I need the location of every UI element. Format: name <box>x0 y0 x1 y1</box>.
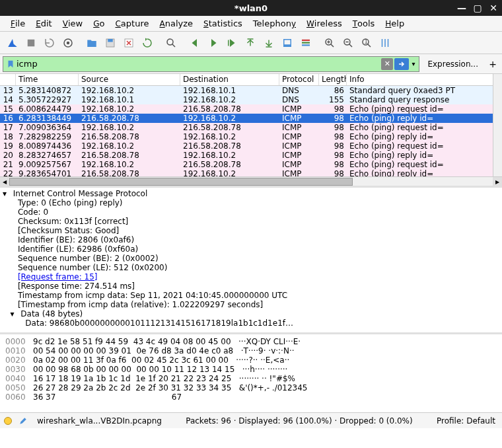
shark-fin-icon[interactable] <box>4 34 21 52</box>
detail-timestamp-rel: [Timestamp from icmp data (relative): 1.… <box>18 300 263 309</box>
detail-request-frame-link[interactable]: [Request frame: 15] <box>18 272 98 281</box>
detail-proto: Internet Control Message Protocol <box>13 189 147 198</box>
packet-list-body[interactable]: 135.283140872192.168.10.2192.168.10.1DNS… <box>0 86 502 178</box>
packet-row[interactable]: 156.008624479192.168.10.2216.58.208.78IC… <box>0 104 502 114</box>
bookmark-icon[interactable] <box>6 59 15 69</box>
window-controls: — ▢ ✕ <box>457 3 498 13</box>
svg-rect-8 <box>248 38 254 40</box>
menubar: File Edit View Go Capture Analyze Statis… <box>0 16 502 32</box>
byte-ascii: ···XQ·DY CLI···E· <box>238 337 301 346</box>
next-icon[interactable] <box>205 34 222 52</box>
packet-row[interactable]: 208.283274657216.58.208.78192.168.10.2IC… <box>0 151 502 160</box>
detail-seq-le: Sequence number (LE): 512 (0x0200) <box>18 263 168 272</box>
svg-rect-14 <box>302 44 310 46</box>
hscroll-right-arrow[interactable]: ▶ <box>493 177 502 186</box>
edit-icon[interactable] <box>18 416 28 426</box>
col-source[interactable]: Source <box>79 74 180 85</box>
packet-row[interactable]: 177.009036364192.168.10.2216.58.208.78IC… <box>0 123 502 132</box>
menu-edit[interactable]: Edit <box>32 17 56 30</box>
filter-history-dropdown[interactable]: ▾ <box>410 60 416 67</box>
svg-rect-11 <box>284 44 291 46</box>
detail-type: Type: 0 (Echo (ping) reply) <box>18 198 123 207</box>
hscroll[interactable]: ◀ ▶ <box>0 176 502 186</box>
save-icon[interactable] <box>102 34 119 52</box>
packet-row[interactable]: 135.283140872192.168.10.2192.168.10.1DNS… <box>0 86 502 95</box>
options-icon[interactable] <box>59 34 77 52</box>
apply-filter-icon[interactable] <box>394 58 409 70</box>
close-button[interactable]: ✕ <box>489 3 498 13</box>
reload-icon[interactable] <box>139 34 156 52</box>
byte-hex: 00 00 98 68 0b 00 00 00 00 00 10 11 12 1… <box>33 365 234 374</box>
open-icon[interactable] <box>83 34 100 52</box>
hscroll-thumb[interactable] <box>9 178 353 186</box>
col-info[interactable]: Info <box>347 74 502 85</box>
menu-file[interactable]: File <box>7 17 29 30</box>
detail-data: Data (48 bytes) <box>20 309 83 318</box>
autoscroll-icon[interactable] <box>279 34 296 52</box>
packet-row[interactable]: 219.009257567192.168.10.2216.58.208.78IC… <box>0 160 502 169</box>
packet-bytes-pane[interactable]: 0000 9c d2 1e 58 51 f9 44 59 43 4c 49 04… <box>0 334 502 412</box>
restart-icon[interactable] <box>41 34 58 52</box>
packet-row[interactable]: 187.282982259216.58.208.78192.168.10.2IC… <box>0 132 502 141</box>
packet-list-pane: Time Source Destination Protocol Length … <box>0 74 502 188</box>
detail-id-be: Identifier (BE): 2806 (0x0af6) <box>18 235 134 244</box>
menu-help[interactable]: Help <box>381 17 408 30</box>
svg-rect-13 <box>302 42 310 43</box>
clear-filter-icon[interactable]: ✕ <box>381 58 393 70</box>
goto-icon[interactable] <box>223 34 240 52</box>
vscroll[interactable] <box>493 74 502 176</box>
find-icon[interactable] <box>162 34 180 52</box>
first-icon[interactable] <box>242 34 259 52</box>
menu-capture[interactable]: Capture <box>111 17 153 30</box>
resize-cols-icon[interactable] <box>377 34 394 52</box>
zoom-in-icon[interactable] <box>321 34 338 52</box>
menu-view[interactable]: View <box>59 17 87 30</box>
menu-wireless[interactable]: Wireless <box>303 17 346 30</box>
status-profile[interactable]: Profile: Default <box>437 416 495 426</box>
packet-row[interactable]: 145.305722927192.168.10.1192.168.10.2DNS… <box>0 95 502 104</box>
packet-row[interactable]: 198.008974436192.168.10.2216.58.208.78IC… <box>0 141 502 151</box>
expression-button[interactable]: Expression... <box>422 58 484 70</box>
menu-analyze[interactable]: Analyze <box>155 17 197 30</box>
svg-rect-12 <box>302 39 310 40</box>
expander-icon[interactable]: ▾ <box>3 189 11 198</box>
byte-hex: 9c d2 1e 58 51 f9 44 59 43 4c 49 04 08 0… <box>33 337 231 346</box>
packet-list-header: Time Source Destination Protocol Length … <box>0 74 502 86</box>
zoom-reset-icon[interactable]: 1 <box>358 34 375 52</box>
hscroll-left-arrow[interactable]: ◀ <box>0 177 9 186</box>
colorize-icon[interactable] <box>297 34 314 52</box>
col-len[interactable]: Length <box>319 74 347 85</box>
prev-icon[interactable] <box>186 34 203 52</box>
stop-icon[interactable] <box>22 34 40 52</box>
menu-tools[interactable]: Tools <box>349 17 379 30</box>
toolbar: 1 <box>0 32 502 54</box>
byte-ascii: 67 <box>172 392 182 402</box>
add-filter-button[interactable]: + <box>486 57 499 71</box>
col-dest[interactable]: Destination <box>180 74 279 85</box>
detail-id-le: Identifier (LE): 62986 (0xf60a) <box>18 244 138 254</box>
menu-statistics[interactable]: Statistics <box>199 17 246 30</box>
packet-details-pane[interactable]: ▾ Internet Control Message Protocol Type… <box>0 188 502 334</box>
byte-hex: 0a 02 00 00 11 3f 0a f6 00 02 45 2c 3c 6… <box>33 355 229 365</box>
detail-code: Code: 0 <box>18 207 48 217</box>
col-time[interactable]: Time <box>16 74 79 85</box>
menu-telephony[interactable]: Telephony <box>249 17 300 30</box>
close-file-icon[interactable] <box>120 34 137 52</box>
byte-offset: 0060 <box>5 392 26 402</box>
col-no[interactable] <box>0 74 16 85</box>
filter-input[interactable] <box>17 59 380 69</box>
zoom-out-icon[interactable] <box>340 34 357 52</box>
maximize-button[interactable]: ▢ <box>473 3 482 13</box>
expander-icon[interactable]: ▾ <box>10 309 18 318</box>
status-filename[interactable]: wireshark_wla...VB2DIn.pcapng <box>37 416 162 426</box>
packet-row[interactable]: 166.283138449216.58.208.78192.168.10.2IC… <box>0 114 502 123</box>
byte-offset: 0010 <box>5 346 26 355</box>
minimize-button[interactable]: — <box>457 3 466 13</box>
menu-go[interactable]: Go <box>89 17 108 30</box>
expert-info-icon[interactable] <box>4 417 12 425</box>
byte-offset: 0030 <box>5 365 26 374</box>
filter-bar: ✕ ▾ Expression... + <box>0 54 502 74</box>
svg-rect-0 <box>28 39 35 46</box>
col-proto[interactable]: Protocol <box>279 74 319 85</box>
last-icon[interactable] <box>260 34 277 52</box>
